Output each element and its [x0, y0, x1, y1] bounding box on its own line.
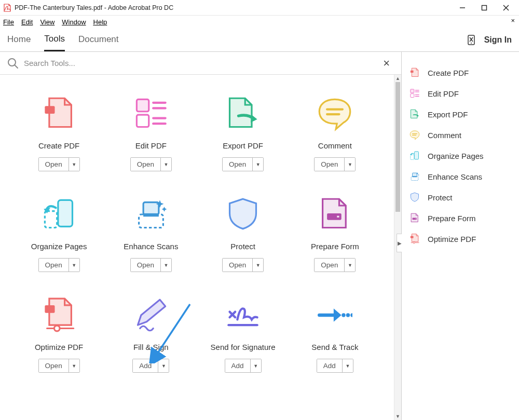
tool-label: Comment	[318, 141, 352, 150]
tool-action-label[interactable]: Open	[315, 259, 345, 272]
tool-card-create-pdf: Create PDFOpen▼	[16, 96, 102, 171]
app-icon	[3, 4, 11, 12]
tool-action-button[interactable]: Open▼	[38, 258, 80, 272]
chevron-down-icon[interactable]: ▼	[251, 359, 261, 372]
tool-card-organize-pages: Organize PagesOpen▼	[16, 196, 102, 272]
tool-action-label[interactable]: Open	[39, 158, 69, 171]
tool-action-label[interactable]: Open	[315, 158, 345, 171]
sidebar-item-create-pdf[interactable]: Create PDF	[409, 62, 512, 83]
chevron-down-icon[interactable]: ▼	[69, 158, 79, 171]
tool-card-enhance-scans: Enhance ScansOpen▼	[107, 196, 194, 272]
menu-view[interactable]: View	[40, 18, 54, 26]
tool-action-label[interactable]: Open	[39, 259, 69, 272]
tool-action-button[interactable]: Open▼	[314, 258, 356, 272]
tool-card-fill-sign: Fill & SignAdd▼	[107, 297, 194, 373]
menu-file[interactable]: File	[3, 18, 14, 26]
tools-sidebar: Create PDFEdit PDFExport PDFCommentOrgan…	[402, 52, 519, 420]
tool-action-label[interactable]: Open	[223, 158, 253, 171]
tool-card-edit-pdf: Edit PDFOpen▼	[107, 96, 194, 171]
chevron-down-icon[interactable]: ▼	[343, 359, 353, 372]
main-panel: × Create PDFOpen▼Edit PDFOpen▼Export PDF…	[0, 52, 402, 420]
prepare-form-icon	[317, 196, 353, 233]
sidebar-item-label: Enhance Scans	[428, 172, 482, 181]
sidebar-item-label: Comment	[428, 131, 461, 140]
tool-label: Enhance Scans	[124, 242, 178, 251]
edit-pdf-icon	[133, 96, 169, 132]
chevron-down-icon[interactable]: ▼	[253, 259, 263, 272]
sidebar-item-export-pdf[interactable]: Export PDF	[409, 104, 512, 125]
chevron-down-icon[interactable]: ▼	[158, 359, 169, 372]
tool-action-button[interactable]: Open▼	[38, 157, 80, 171]
sidebar-item-prepare-form[interactable]: Prepare Form	[409, 208, 512, 228]
menu-window[interactable]: Window	[62, 18, 86, 26]
tool-action-label[interactable]: Open	[223, 259, 253, 272]
window-controls	[453, 1, 516, 15]
maximize-button[interactable]	[474, 1, 494, 15]
tool-card-export-pdf: Export PDFOpen▼	[200, 96, 286, 171]
svg-rect-31	[482, 5, 487, 10]
tool-action-label[interactable]: Open	[39, 359, 69, 372]
search-close-icon[interactable]: ×	[379, 57, 394, 70]
tool-action-button[interactable]: Open▼	[222, 258, 264, 272]
tool-action-label[interactable]: Add	[133, 359, 158, 372]
menu-edit[interactable]: Edit	[21, 18, 33, 26]
tool-action-button[interactable]: Open▼	[130, 157, 172, 171]
tool-label: Fill & Sign	[133, 343, 169, 351]
tool-label: Protect	[230, 242, 255, 251]
tool-action-label[interactable]: Add	[317, 359, 343, 372]
sidebar-item-comment[interactable]: Comment	[409, 125, 512, 145]
tool-card-optimize-pdf: Optimize PDFOpen▼	[16, 297, 102, 373]
search-input[interactable]	[24, 59, 379, 67]
sidebar-item-organize-pages[interactable]: Organize Pages	[409, 145, 512, 166]
close-button[interactable]	[496, 1, 516, 15]
tool-action-button[interactable]: Open▼	[222, 157, 264, 171]
scroll-thumb[interactable]	[395, 82, 400, 212]
tool-action-button[interactable]: Add▼	[132, 359, 169, 373]
minimize-button[interactable]	[453, 1, 472, 15]
title-bar: PDF-The Canterbury Tales.pdf - Adobe Acr…	[0, 0, 519, 16]
enhance-scans-icon	[133, 196, 169, 233]
tool-label: Prepare Form	[311, 242, 359, 251]
scroll-up-icon[interactable]: ▲	[394, 75, 401, 82]
chevron-down-icon[interactable]: ▼	[69, 259, 79, 272]
organize-pages-icon	[41, 196, 77, 233]
menu-help[interactable]: Help	[93, 18, 107, 26]
export-pdf-icon	[409, 109, 420, 120]
sidebar-item-protect[interactable]: Protect	[409, 187, 512, 208]
chevron-down-icon[interactable]: ▼	[345, 158, 355, 171]
tool-label: Create PDF	[38, 141, 79, 150]
tool-action-button[interactable]: Open▼	[130, 258, 172, 272]
search-icon	[7, 58, 19, 69]
sidebar-item-enhance-scans[interactable]: Enhance Scans	[409, 166, 512, 187]
tool-action-button[interactable]: Add▼	[317, 359, 353, 373]
sign-in-link[interactable]: Sign In	[484, 35, 512, 45]
sidebar-item-optimize-pdf[interactable]: Optimize PDF	[409, 228, 512, 249]
tab-tools[interactable]: Tools	[44, 29, 65, 51]
comment-icon	[317, 96, 353, 132]
tool-action-button[interactable]: Open▼	[314, 157, 356, 171]
sidebar-item-label: Create PDF	[428, 69, 469, 77]
sidebar-item-edit-pdf[interactable]: Edit PDF	[409, 83, 512, 104]
tool-card-comment: CommentOpen▼	[292, 96, 378, 171]
chevron-down-icon[interactable]: ▼	[345, 259, 355, 272]
tools-grid: Create PDFOpen▼Edit PDFOpen▼Export PDFOp…	[0, 75, 394, 420]
tool-label: Edit PDF	[135, 141, 167, 150]
tool-action-label[interactable]: Open	[131, 259, 161, 272]
tool-action-button[interactable]: Open▼	[38, 359, 80, 373]
tab-document[interactable]: Document	[78, 29, 118, 50]
menubar-close-icon[interactable]: ×	[511, 17, 515, 24]
scroll-down-icon[interactable]: ▼	[394, 413, 401, 420]
tool-label: Optimize PDF	[35, 343, 83, 351]
tool-card-send-signature: Send for SignatureAdd▼	[200, 297, 286, 373]
mobile-link-icon[interactable]	[467, 35, 476, 45]
side-panel-toggle[interactable]: ▶	[397, 234, 402, 252]
enhance-scans-icon	[409, 171, 420, 182]
chevron-down-icon[interactable]: ▼	[69, 359, 79, 372]
chevron-down-icon[interactable]: ▼	[253, 158, 263, 171]
tool-action-label[interactable]: Add	[225, 359, 251, 372]
tab-home[interactable]: Home	[7, 29, 31, 50]
chevron-down-icon[interactable]: ▼	[161, 158, 171, 171]
tool-action-button[interactable]: Add▼	[225, 359, 262, 373]
tool-action-label[interactable]: Open	[131, 158, 161, 171]
chevron-down-icon[interactable]: ▼	[161, 259, 171, 272]
